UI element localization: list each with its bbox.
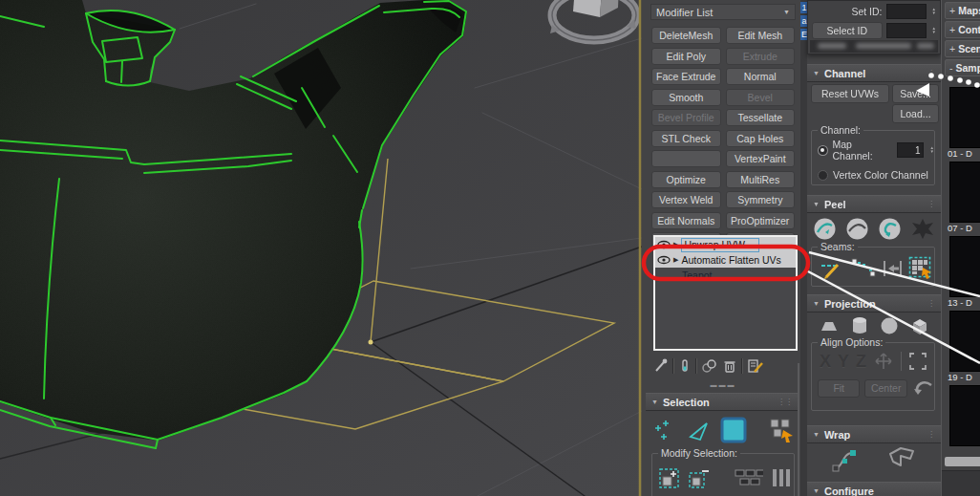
pelt-map-icon[interactable] xyxy=(910,217,935,241)
configure-rollout-header[interactable]: ▼ Configure xyxy=(807,482,941,496)
wrap-rollout-header[interactable]: ▼ Wrap ⋮ xyxy=(807,425,941,443)
configure-modifier-sets-icon[interactable] xyxy=(747,358,764,374)
spinner-icon[interactable]: ▲▼ xyxy=(932,27,936,34)
select-id-field[interactable] xyxy=(886,23,927,38)
cylindrical-map-icon[interactable] xyxy=(850,315,869,336)
modifier-button-bevel-profile[interactable]: Bevel Profile xyxy=(651,109,721,126)
modifier-button-cap-holes[interactable]: Cap Holes xyxy=(726,130,796,147)
polygon-mode-icon[interactable] xyxy=(687,418,712,442)
peel-mode-icon[interactable] xyxy=(845,217,869,241)
toolbar-divider xyxy=(672,358,674,374)
collapse-arrow-icon: ▼ xyxy=(813,70,820,76)
edit-seams-icon[interactable] xyxy=(820,257,844,280)
box-map-icon[interactable] xyxy=(909,315,930,336)
visibility-eye-icon[interactable] xyxy=(657,255,671,265)
align-y-button[interactable]: Y xyxy=(838,352,849,372)
modifier-button-face-extrude[interactable]: Face Extrude xyxy=(651,68,721,85)
modifier-button-edit-mesh[interactable]: Edit Mesh xyxy=(726,27,796,44)
make-unique-icon[interactable] xyxy=(701,358,718,374)
modifier-button-stl-check[interactable]: STL Check xyxy=(651,130,721,147)
modifier-button-edit-normals[interactable]: Edit Normals xyxy=(651,212,721,229)
center-button[interactable]: Center xyxy=(864,379,906,398)
channel-rollout-header[interactable]: ▼ Channel ⋮ xyxy=(807,64,941,82)
modifier-button-blank[interactable] xyxy=(651,150,721,167)
loop-selection-icon[interactable] xyxy=(771,466,790,489)
modifier-button-tessellate[interactable]: Tessellate xyxy=(726,109,796,126)
load-uvws-button[interactable]: Load... xyxy=(892,104,939,123)
align-reset-icon[interactable] xyxy=(912,378,934,398)
shrink-selection-icon[interactable] xyxy=(688,465,710,490)
peel-reset-icon[interactable] xyxy=(878,217,902,241)
modifier-button-symmetry[interactable]: Symmetry xyxy=(726,191,796,208)
sample-thumbnail[interactable] xyxy=(949,311,980,372)
visibility-eye-icon[interactable] xyxy=(657,240,671,249)
modifier-list-dropdown[interactable]: Modifier List ▼ xyxy=(650,4,796,20)
vertex-mode-icon[interactable] xyxy=(653,418,678,442)
rollout-header-scene[interactable]: +Scene xyxy=(945,40,980,57)
modifier-button-vertex-weld[interactable]: Vertex Weld xyxy=(651,191,721,208)
selection-rollout-header[interactable]: ▼ Selection ⋮⋮ xyxy=(646,393,799,411)
modifier-button-extrude[interactable]: Extrude xyxy=(726,48,796,65)
spherical-map-icon[interactable] xyxy=(880,316,899,335)
select-by-element-icon[interactable] xyxy=(768,417,797,443)
grow-selection-icon[interactable] xyxy=(658,465,680,490)
spline-map-icon[interactable] xyxy=(831,445,860,472)
modifier-button-normal[interactable]: Normal xyxy=(726,68,796,85)
planar-map-icon[interactable] xyxy=(819,316,840,335)
spinner-icon[interactable]: ▲▼ xyxy=(932,8,936,15)
align-z-button[interactable]: Z xyxy=(856,352,866,372)
modifier-button-multires[interactable]: MultiRes xyxy=(726,171,796,188)
view-align-icon[interactable] xyxy=(908,352,927,371)
sample-thumbnail[interactable] xyxy=(949,236,980,297)
rollout-header-maps[interactable]: +Maps xyxy=(945,2,980,19)
vertex-color-radio[interactable] xyxy=(818,170,828,181)
quick-peel-icon[interactable] xyxy=(813,217,837,241)
map-channel-value[interactable]: 1 xyxy=(897,142,924,158)
panel-scrollbar[interactable] xyxy=(798,363,799,496)
stack-row-unwrap-uvw[interactable]: ▶Unwrap UVW xyxy=(655,237,796,252)
element-mode-icon[interactable] xyxy=(720,417,747,443)
sample-thumbnail[interactable] xyxy=(949,162,980,223)
rollout-header-control[interactable]: +Control xyxy=(945,21,980,38)
modifier-button-grid: DeleteMeshEdit MeshEdit PolyExtrudeFace … xyxy=(651,27,795,249)
best-align-icon[interactable] xyxy=(873,351,894,372)
expand-to-seams-icon[interactable] xyxy=(908,256,934,281)
remove-modifier-icon[interactable] xyxy=(722,358,737,374)
modifier-button-prooptimizer[interactable]: ProOptimizer xyxy=(726,212,796,229)
expand-arrow-icon[interactable]: ▶ xyxy=(673,241,678,248)
rollout-header-sample[interactable]: -Sample xyxy=(945,59,980,76)
fit-button[interactable]: Fit xyxy=(818,379,860,398)
modifier-button-deletemesh[interactable]: DeleteMesh xyxy=(651,27,721,44)
ring-selection-icon[interactable] xyxy=(735,466,763,489)
panel-resize-handle[interactable]: ▬▬▬ xyxy=(646,381,800,388)
expand-arrow-icon[interactable]: ▶ xyxy=(673,256,678,264)
viewport[interactable] xyxy=(0,0,642,496)
peel-rollout-header[interactable]: ▼ Peel ⋮ xyxy=(807,195,941,213)
modifier-button-vertexpaint[interactable]: VertexPaint xyxy=(726,150,796,167)
convert-edge-to-seam-icon[interactable] xyxy=(882,258,903,279)
sample-thumbnail[interactable] xyxy=(949,385,980,446)
projection-rollout-header[interactable]: ▼ Projection ⋮ xyxy=(807,294,941,313)
show-end-result-icon[interactable] xyxy=(678,358,692,374)
pin-stack-icon[interactable] xyxy=(653,358,669,374)
modifier-stack[interactable]: ▶Unwrap UVW▶Automatic Flatten UVsTeapot xyxy=(653,235,798,351)
save-uvws-button[interactable]: Save... xyxy=(892,84,939,103)
peel-rollout-title: Peel xyxy=(824,199,846,210)
modifier-button-optimize[interactable]: Optimize xyxy=(651,171,721,188)
point-to-point-seam-icon[interactable] xyxy=(850,257,876,280)
stack-row-automatic-flatten-uvs[interactable]: ▶Automatic Flatten UVs xyxy=(655,252,796,268)
map-channel-radio[interactable] xyxy=(818,145,828,156)
select-id-button[interactable]: Select ID xyxy=(812,22,883,39)
spinner-icon[interactable]: ▲▼ xyxy=(930,146,934,154)
seams-label: Seams: xyxy=(818,241,858,252)
set-id-field[interactable] xyxy=(886,4,927,19)
horizontal-scrollbar[interactable] xyxy=(945,457,980,466)
reset-uvws-button[interactable]: Reset UVWs xyxy=(811,84,889,103)
sample-thumbnail[interactable] xyxy=(949,87,980,148)
modifier-button-smooth[interactable]: Smooth xyxy=(651,89,721,106)
modifier-button-edit-poly[interactable]: Edit Poly xyxy=(651,48,721,65)
modifier-button-bevel[interactable]: Bevel xyxy=(726,89,796,106)
stack-row-teapot[interactable]: Teapot xyxy=(655,268,796,283)
align-x-button[interactable]: X xyxy=(820,352,831,372)
unfold-strip-icon[interactable] xyxy=(886,445,917,472)
